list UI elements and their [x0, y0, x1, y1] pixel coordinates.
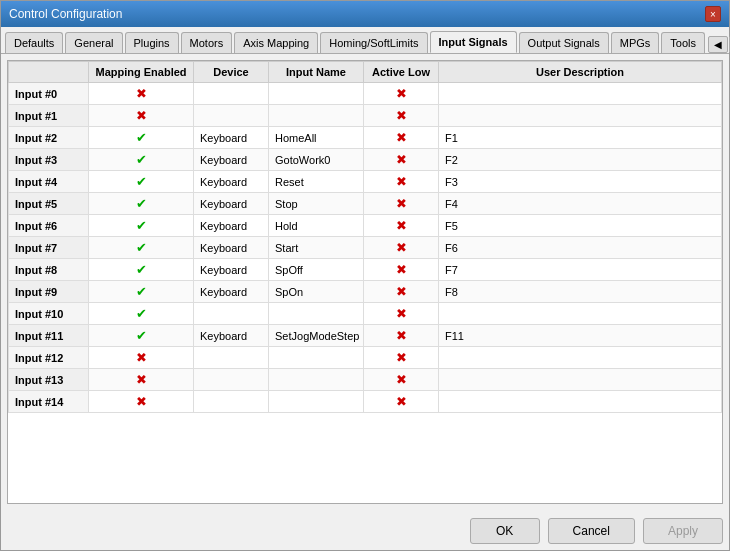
row-mapping: [89, 259, 194, 281]
tab-motors[interactable]: Motors: [181, 32, 233, 53]
row-label: Input #6: [9, 215, 89, 237]
red-x-icon: [396, 242, 407, 254]
row-mapping: [89, 193, 194, 215]
tab-defaults[interactable]: Defaults: [5, 32, 63, 53]
red-x-icon: [396, 308, 407, 320]
row-device: Keyboard: [194, 149, 269, 171]
green-check-icon: [136, 132, 147, 144]
red-x-icon: [396, 352, 407, 364]
table-row[interactable]: Input #1: [9, 105, 722, 127]
main-window: Control Configuration × Defaults General…: [0, 0, 730, 551]
red-x-icon: [136, 396, 147, 408]
table-row[interactable]: Input #4KeyboardResetF3: [9, 171, 722, 193]
row-input-name: [269, 369, 364, 391]
tab-axis-mapping[interactable]: Axis Mapping: [234, 32, 318, 53]
row-input-name: Start: [269, 237, 364, 259]
row-user-desc: F4: [439, 193, 722, 215]
row-device: [194, 347, 269, 369]
tab-plugins[interactable]: Plugins: [125, 32, 179, 53]
row-mapping: [89, 127, 194, 149]
col-header-mapping: Mapping Enabled: [89, 62, 194, 83]
row-active-low: [364, 347, 439, 369]
row-device: Keyboard: [194, 237, 269, 259]
row-mapping: [89, 347, 194, 369]
row-active-low: [364, 391, 439, 413]
row-input-name: [269, 303, 364, 325]
row-user-desc: [439, 83, 722, 105]
green-check-icon: [136, 264, 147, 276]
row-user-desc: F8: [439, 281, 722, 303]
row-device: Keyboard: [194, 171, 269, 193]
tab-homing[interactable]: Homing/SoftLimits: [320, 32, 427, 53]
red-x-icon: [136, 88, 147, 100]
row-active-low: [364, 193, 439, 215]
green-check-icon: [136, 286, 147, 298]
red-x-icon: [396, 198, 407, 210]
row-input-name: Reset: [269, 171, 364, 193]
red-x-icon: [396, 88, 407, 100]
apply-button[interactable]: Apply: [643, 518, 723, 544]
row-device: Keyboard: [194, 325, 269, 347]
tab-input-signals[interactable]: Input Signals: [430, 31, 517, 53]
tab-nav-left[interactable]: ◀: [708, 36, 728, 53]
row-user-desc: [439, 347, 722, 369]
row-label: Input #13: [9, 369, 89, 391]
row-label: Input #11: [9, 325, 89, 347]
red-x-icon: [396, 176, 407, 188]
table-row[interactable]: Input #6KeyboardHoldF5: [9, 215, 722, 237]
row-mapping: [89, 391, 194, 413]
row-user-desc: [439, 391, 722, 413]
green-check-icon: [136, 330, 147, 342]
row-label: Input #4: [9, 171, 89, 193]
row-active-low: [364, 83, 439, 105]
row-input-name: SetJogModeStep: [269, 325, 364, 347]
row-device: Keyboard: [194, 215, 269, 237]
table-row[interactable]: Input #13: [9, 369, 722, 391]
row-mapping: [89, 237, 194, 259]
row-device: Keyboard: [194, 193, 269, 215]
tab-output-signals[interactable]: Output Signals: [519, 32, 609, 53]
row-device: Keyboard: [194, 259, 269, 281]
tab-mpgs[interactable]: MPGs: [611, 32, 660, 53]
row-device: Keyboard: [194, 127, 269, 149]
ok-button[interactable]: OK: [470, 518, 540, 544]
footer: OK Cancel Apply: [1, 510, 729, 550]
row-input-name: [269, 391, 364, 413]
row-input-name: [269, 105, 364, 127]
cancel-button[interactable]: Cancel: [548, 518, 635, 544]
row-active-low: [364, 149, 439, 171]
table-row[interactable]: Input #14: [9, 391, 722, 413]
table-scroll[interactable]: Mapping Enabled Device Input Name Active…: [8, 61, 722, 503]
table-row[interactable]: Input #7KeyboardStartF6: [9, 237, 722, 259]
tab-general[interactable]: General: [65, 32, 122, 53]
table-row[interactable]: Input #12: [9, 347, 722, 369]
row-active-low: [364, 215, 439, 237]
red-x-icon: [396, 220, 407, 232]
row-user-desc: [439, 303, 722, 325]
table-row[interactable]: Input #11KeyboardSetJogModeStepF11: [9, 325, 722, 347]
row-user-desc: F11: [439, 325, 722, 347]
row-active-low: [364, 281, 439, 303]
row-user-desc: F7: [439, 259, 722, 281]
table-row[interactable]: Input #8KeyboardSpOffF7: [9, 259, 722, 281]
red-x-icon: [396, 132, 407, 144]
table-row[interactable]: Input #5KeyboardStopF4: [9, 193, 722, 215]
table-row[interactable]: Input #9KeyboardSpOnF8: [9, 281, 722, 303]
green-check-icon: [136, 242, 147, 254]
row-active-low: [364, 369, 439, 391]
close-button[interactable]: ×: [705, 6, 721, 22]
table-row[interactable]: Input #10: [9, 303, 722, 325]
table-row[interactable]: Input #0: [9, 83, 722, 105]
row-label: Input #0: [9, 83, 89, 105]
row-mapping: [89, 325, 194, 347]
row-user-desc: F3: [439, 171, 722, 193]
col-header-device: Device: [194, 62, 269, 83]
tab-tools[interactable]: Tools: [661, 32, 705, 53]
row-input-name: [269, 347, 364, 369]
table-row[interactable]: Input #3KeyboardGotoWork0F2: [9, 149, 722, 171]
table-row[interactable]: Input #2KeyboardHomeAllF1: [9, 127, 722, 149]
row-mapping: [89, 215, 194, 237]
row-device: [194, 303, 269, 325]
row-label: Input #14: [9, 391, 89, 413]
row-active-low: [364, 127, 439, 149]
